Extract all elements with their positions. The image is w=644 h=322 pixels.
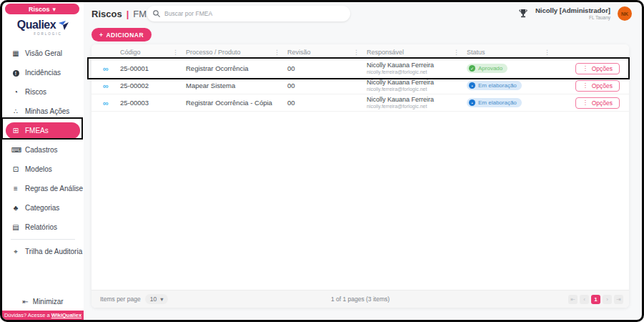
sidebar-item-categorias[interactable]: ♣ Categorias <box>2 198 84 218</box>
add-button-label: ADICIONAR <box>106 31 144 39</box>
chevron-down-icon: ▾ <box>160 296 163 303</box>
sidebar-item-cadastros[interactable]: ⌨ Cadastros <box>2 140 84 160</box>
sidebar-item-incidencias[interactable]: ! Incidências <box>2 63 84 82</box>
status-label: Em elaboração <box>478 82 517 89</box>
next-page-button[interactable]: › <box>603 295 612 304</box>
sidebar-item-trilha-de-auditoria[interactable]: ⌖ Trilha de Auditoria <box>2 242 84 261</box>
cell-process: Registrar Ocorrência - Cópia <box>186 99 287 107</box>
table-row[interactable]: ∞ 25-00001 Registrar Ocorrência 00 Nicol… <box>91 60 629 77</box>
chevron-down-icon: ▾ <box>52 6 56 13</box>
wikiqualiex-link[interactable]: WikiQualiex <box>51 312 81 318</box>
table-pager: Items per page 10 ▾ 1 of 1 pages (3 item… <box>91 290 629 308</box>
column-label: Revisão <box>287 49 311 56</box>
cell-status: ✓ Aprovado <box>467 64 558 73</box>
add-fmea-button[interactable]: + ADICIONAR <box>91 28 152 42</box>
breadcrumb-separator: | <box>127 9 129 19</box>
search-icon <box>153 10 160 17</box>
sidebar-item-label: Minhas Ações <box>25 107 69 115</box>
column-menu-icon[interactable]: ⋮ <box>544 49 550 56</box>
breadcrumb-module: Riscos <box>91 9 122 19</box>
cell-code: 25-00002 <box>120 82 186 89</box>
column-responsavel: Responsável ⋮ <box>367 49 467 56</box>
options-label: Opções <box>592 65 613 72</box>
sidebar-item-minhas-acoes[interactable]: ∴ Minhas Ações <box>2 102 84 121</box>
responsible-name: Nicolly Kauana Ferreira <box>367 79 467 87</box>
sidebar-item-label: Categorias <box>25 204 59 212</box>
status-label: Aprovado <box>478 65 502 72</box>
cell-status: • Em elaboração <box>467 98 558 108</box>
risk-gauge-icon: ◔ <box>11 88 20 96</box>
responsible-name: Nicolly Kauana Ferreira <box>367 97 467 104</box>
sidebar-item-label: Modelos <box>25 165 52 173</box>
cell-code: 25-00001 <box>120 64 186 72</box>
cell-revision: 00 <box>287 99 367 107</box>
sidebar: Riscos ▾ Qualiex FORLOGIC ▦ Visão Geral … <box>2 2 84 320</box>
responsible-email: nicolly.ferreira@forlogic.net <box>367 69 467 75</box>
page-1-button[interactable]: 1 <box>591 295 600 304</box>
sidebar-item-label: Riscos <box>25 88 46 96</box>
first-page-button[interactable]: ⇤ <box>568 295 578 304</box>
sidebar-item-relatorios[interactable]: ▤ Relatórios <box>2 218 84 237</box>
last-page-button[interactable]: ⇥ <box>614 295 623 304</box>
items-per-page-select[interactable]: 10 ▾ <box>145 294 169 304</box>
user-info[interactable]: Nicolly [Administrador] FL Tauany <box>535 6 610 20</box>
registrations-icon: ⌨ <box>11 146 20 154</box>
help-banner-text: Dúvidas? Acesse a <box>4 312 50 318</box>
options-label: Opções <box>592 82 613 89</box>
column-menu-icon[interactable]: ⋮ <box>274 49 280 56</box>
column-revisao: Revisão ⋮ <box>287 49 367 56</box>
column-menu-icon[interactable]: ⋮ <box>353 49 360 56</box>
cell-process: Registrar Ocorrência <box>186 64 287 72</box>
sidebar-item-visao-geral[interactable]: ▦ Visão Geral <box>2 44 84 63</box>
column-status: Status ⋮ <box>467 49 558 56</box>
column-menu-icon[interactable]: ⋮ <box>453 49 460 56</box>
cell-responsible: Nicolly Kauana Ferreira nicolly.ferreira… <box>367 79 467 92</box>
column-label: Código <box>120 49 141 56</box>
sidebar-item-label: FMEAs <box>25 127 49 135</box>
brand-subtitle: FORLOGIC <box>12 32 84 36</box>
status-label: Em elaboração <box>478 99 517 106</box>
sidebar-item-riscos[interactable]: ◔ Riscos <box>2 82 84 102</box>
search-input[interactable] <box>164 10 344 17</box>
linked-risks-icon[interactable]: ∞ <box>91 82 120 90</box>
responsible-email: nicolly.ferreira@forlogic.net <box>367 87 467 92</box>
sidebar-menu: ▦ Visão Geral ! Incidências ◔ Riscos ∴ M… <box>2 44 84 261</box>
brand-name: Qualiex <box>17 19 56 31</box>
responsible-email: nicolly.ferreira@forlogic.net <box>367 104 467 109</box>
sidebar-item-regras-de-analise[interactable]: ≡ Regras de Análise <box>2 179 84 198</box>
kebab-icon: ⋮ <box>583 82 588 89</box>
sidebar-item-fmeas[interactable]: ⊞ FMEAs <box>6 122 80 139</box>
page-info: 1 of 1 pages (3 items) <box>91 296 629 303</box>
user-org: FL Tauany <box>535 15 610 21</box>
kebab-icon: ⋮ <box>583 99 588 106</box>
search-bar[interactable] <box>147 6 350 21</box>
items-per-page-value: 10 <box>150 296 157 303</box>
draft-circle-icon: • <box>469 82 475 89</box>
fmea-table-icon: ⊞ <box>11 127 20 135</box>
prev-page-button[interactable]: ‹ <box>580 295 589 304</box>
plus-icon: + <box>99 31 103 39</box>
options-button[interactable]: ⋮ Opções <box>575 97 620 109</box>
sidebar-item-label: Trilha de Auditoria <box>25 248 82 255</box>
sidebar-item-modelos[interactable]: ⊡ Modelos <box>2 160 84 179</box>
cell-responsible: Nicolly Kauana Ferreira nicolly.ferreira… <box>367 97 467 109</box>
linked-risks-icon[interactable]: ∞ <box>91 99 120 107</box>
options-button[interactable]: ⋮ Opções <box>575 63 620 74</box>
avatar[interactable]: NK <box>618 6 632 21</box>
sidebar-divider <box>11 239 75 240</box>
trophy-icon[interactable] <box>518 9 528 19</box>
table-row[interactable]: ∞ 25-00002 Mapear Sistema 00 Nicolly Kau… <box>91 77 629 94</box>
fmea-table-card: Código ⋮ Processo / Produto ⋮ Revisão ⋮ … <box>91 44 629 308</box>
column-menu-icon[interactable]: ⋮ <box>172 49 179 56</box>
user-cluster: Nicolly [Administrador] FL Tauany NK <box>518 6 632 21</box>
minimize-label: Minimizar <box>33 298 64 306</box>
help-banner: Dúvidas? Acesse a WikiQualiex <box>2 311 84 320</box>
module-switcher-button[interactable]: Riscos ▾ <box>5 4 79 14</box>
table-header-row: Código ⋮ Processo / Produto ⋮ Revisão ⋮ … <box>91 44 629 60</box>
qualiex-logo-icon <box>58 21 69 30</box>
minimize-sidebar-button[interactable]: ⇤ Minimizar <box>2 298 84 306</box>
table-row[interactable]: ∞ 25-00003 Registrar Ocorrência - Cópia … <box>91 94 629 112</box>
linked-risks-icon[interactable]: ∞ <box>91 64 120 73</box>
user-name: Nicolly [Administrador] <box>535 6 610 14</box>
options-button[interactable]: ⋮ Opções <box>575 80 620 92</box>
